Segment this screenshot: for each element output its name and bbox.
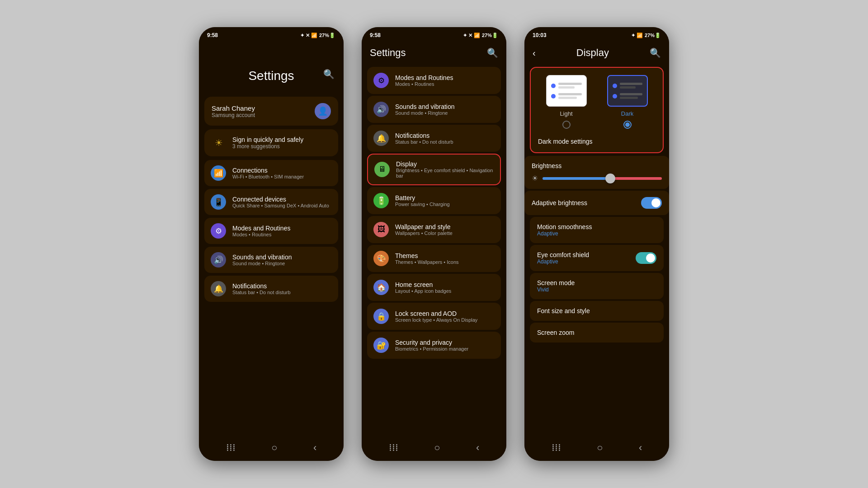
phone2-nav-home[interactable]: ○ bbox=[434, 442, 440, 454]
phone1-account-sub: Samsung account bbox=[212, 112, 255, 118]
phone1-modes-routines-item[interactable]: ⚙ Modes and Routines Modes • Routines bbox=[204, 218, 338, 244]
phone3-light-radio[interactable] bbox=[562, 121, 571, 129]
phone1-sounds-item[interactable]: 🔊 Sounds and vibration Sound mode • Ring… bbox=[204, 247, 338, 273]
phone1-account-row[interactable]: Sarah Chaney Samsung account 👤 bbox=[204, 97, 338, 126]
phone1-account-info: Sarah Chaney Samsung account bbox=[212, 104, 255, 118]
phone2-wallpaper-item[interactable]: 🖼 Wallpaper and style Wallpapers • Color… bbox=[367, 216, 501, 243]
phone2-header: Settings 🔍 bbox=[362, 42, 506, 64]
phone2-security-icon: 🔐 bbox=[373, 338, 389, 353]
phone3-display-items: Motion smoothness Adaptive Eye comfort s… bbox=[524, 217, 669, 437]
phone3-eye-comfort-item[interactable]: Eye comfort shield Adaptive bbox=[530, 245, 664, 271]
phone3-header-title: Display bbox=[576, 47, 609, 59]
phone3-back-icon[interactable]: ‹ bbox=[533, 48, 536, 58]
phone3-screen-mode-item[interactable]: Screen mode Vivid bbox=[530, 273, 664, 299]
phone2-nav-recents[interactable]: ⁞⁞⁞ bbox=[389, 442, 398, 454]
phone2-content: Settings 🔍 ⚙ Modes and Routines Modes • … bbox=[362, 42, 506, 437]
phone2-nav-bar: ⁞⁞⁞ ○ ‹ bbox=[362, 437, 506, 461]
phone2-nav-back[interactable]: ‹ bbox=[476, 442, 479, 454]
phone2-battery-icon: 🔋 bbox=[373, 193, 389, 208]
phone1-notifications-item[interactable]: 🔔 Notifications Status bar • Do not dist… bbox=[204, 276, 338, 302]
phone3-dark-mode-options: Light bbox=[538, 75, 656, 129]
phone1-sign-in-row[interactable]: ☀ Sign in quickly and safely 3 more sugg… bbox=[204, 129, 338, 156]
phone3-brightness-thumb[interactable] bbox=[605, 174, 615, 183]
phone2-sounds-text: Sounds and vibration Sound mode • Ringto… bbox=[395, 103, 455, 116]
phone1-search-icon[interactable]: 🔍 bbox=[323, 69, 335, 80]
phone1-modes-routines-icon: ⚙ bbox=[211, 223, 226, 239]
phone2-header-title: Settings bbox=[370, 47, 406, 59]
phone2-themes-text: Themes Themes • Wallpapers • Icons bbox=[395, 252, 459, 265]
phone2-battery-item[interactable]: 🔋 Battery Power saving • Charging bbox=[367, 187, 501, 214]
phone3-font-size-item[interactable]: Font size and style bbox=[530, 301, 664, 321]
phone1-connections-icon: 📶 bbox=[211, 165, 226, 181]
phone3-light-mode-option[interactable]: Light bbox=[546, 75, 587, 129]
phone2-notifications-item[interactable]: 🔔 Notifications Status bar • Do not dist… bbox=[367, 125, 501, 152]
phone3-search-icon[interactable]: 🔍 bbox=[650, 47, 661, 58]
phone2-homescreen-icon: 🏠 bbox=[373, 280, 389, 295]
phone2-display-item[interactable]: 🖥 Display Brightness • Eye comfort shiel… bbox=[367, 154, 501, 185]
phone2-lockscreen-item[interactable]: 🔒 Lock screen and AOD Screen lock type •… bbox=[367, 303, 501, 330]
phone3-dark-radio[interactable] bbox=[623, 121, 632, 129]
phone3-adaptive-brightness-toggle[interactable] bbox=[641, 197, 662, 209]
phone3-nav-recents[interactable]: ⁞⁞⁞ bbox=[552, 442, 561, 454]
phone2: 9:58 ✦ ✕ 📶 27%🔋 Settings 🔍 ⚙ Modes and R… bbox=[362, 27, 506, 461]
phone3-screen-zoom-text: Screen zoom bbox=[537, 329, 574, 336]
phone3-screen-zoom-item[interactable]: Screen zoom bbox=[530, 323, 664, 343]
phone3-eye-comfort-text: Eye comfort shield Adaptive bbox=[537, 251, 589, 265]
phone1-nav-bar: ⁞⁞⁞ ○ ‹ bbox=[199, 437, 344, 461]
phone3-eye-comfort-toggle[interactable] bbox=[636, 252, 656, 264]
phone3-nav-bar: ⁞⁞⁞ ○ ‹ bbox=[524, 437, 669, 461]
phone3-brightness-row: Brightness ☀ bbox=[524, 156, 669, 189]
phone3: 10:03 ✦ 📶 27%🔋 ‹ Display 🔍 bbox=[524, 27, 669, 461]
phone3-adaptive-brightness-item[interactable]: Adaptive brightness bbox=[524, 191, 669, 215]
phone1-nav-back[interactable]: ‹ bbox=[313, 442, 316, 454]
phone3-status-bar: 10:03 ✦ 📶 27%🔋 bbox=[524, 27, 669, 42]
phone2-modes-routines-item[interactable]: ⚙ Modes and Routines Modes • Routines bbox=[367, 67, 501, 94]
phone2-search-icon[interactable]: 🔍 bbox=[487, 47, 498, 58]
phone2-security-text: Security and privacy Biometrics • Permis… bbox=[395, 339, 468, 352]
phone2-status-bar: 9:58 ✦ ✕ 📶 27%🔋 bbox=[362, 27, 506, 42]
phone1-connections-item[interactable]: 📶 Connections Wi-Fi • Bluetooth • SIM ma… bbox=[204, 160, 338, 186]
phone1-settings-list: 📶 Connections Wi-Fi • Bluetooth • SIM ma… bbox=[199, 160, 344, 437]
phone3-time: 10:03 bbox=[533, 32, 547, 38]
phone2-modes-text: Modes and Routines Modes • Routines bbox=[395, 74, 453, 87]
phone1-connections-text: Connections Wi-Fi • Bluetooth • SIM mana… bbox=[232, 167, 304, 179]
phone1-sign-in-sub: 3 more suggestions bbox=[232, 143, 303, 150]
phone1-time: 9:58 bbox=[207, 32, 218, 38]
phone2-sounds-item[interactable]: 🔊 Sounds and vibration Sound mode • Ring… bbox=[367, 96, 501, 123]
phone2-homescreen-text: Home screen Layout • App icon badges bbox=[395, 281, 451, 294]
phone3-motion-smoothness-text: Motion smoothness Adaptive bbox=[537, 223, 592, 237]
phone2-modes-icon: ⚙ bbox=[373, 73, 389, 88]
phone1-notifications-text: Notifications Status bar • Do not distur… bbox=[232, 282, 291, 295]
phone2-security-item[interactable]: 🔐 Security and privacy Biometrics • Perm… bbox=[367, 332, 501, 359]
phone1-sign-in-text: Sign in quickly and safely 3 more sugges… bbox=[232, 136, 303, 150]
phone2-homescreen-item[interactable]: 🏠 Home screen Layout • App icon badges bbox=[367, 274, 501, 301]
phone3-adaptive-brightness-label: Adaptive brightness bbox=[532, 199, 587, 206]
phone3-dark-mode-option[interactable]: Dark bbox=[607, 75, 648, 129]
phone3-brightness-label: Brightness bbox=[532, 162, 662, 169]
phone1-sign-in-icon: ☀ bbox=[212, 136, 226, 150]
phone2-lockscreen-icon: 🔒 bbox=[373, 309, 389, 324]
phone2-themes-item[interactable]: 🎨 Themes Themes • Wallpapers • Icons bbox=[367, 245, 501, 272]
phone1-account-name: Sarah Chaney bbox=[212, 104, 255, 112]
phone1-nav-recents[interactable]: ⁞⁞⁞ bbox=[226, 442, 236, 454]
phone3-motion-smoothness-item[interactable]: Motion smoothness Adaptive bbox=[530, 217, 664, 243]
phone3-nav-back[interactable]: ‹ bbox=[639, 442, 642, 454]
phone2-battery-text: Battery Power saving • Charging bbox=[395, 194, 450, 207]
phone3-dark-preview bbox=[607, 75, 648, 107]
phone3-nav-home[interactable]: ○ bbox=[597, 442, 603, 454]
phone3-brightness-track[interactable] bbox=[542, 177, 662, 180]
phone3-status-icons: ✦ 📶 27%🔋 bbox=[631, 33, 661, 38]
phone2-themes-icon: 🎨 bbox=[373, 251, 389, 266]
phone2-settings-list: ⚙ Modes and Routines Modes • Routines 🔊 … bbox=[362, 64, 506, 437]
phone3-font-size-text: Font size and style bbox=[537, 307, 590, 314]
phone1-connected-devices-icon: 📱 bbox=[211, 194, 226, 210]
phone1-avatar: 👤 bbox=[315, 103, 331, 119]
phone1-nav-home[interactable]: ○ bbox=[271, 442, 277, 454]
phone1-sounds-text: Sounds and vibration Sound mode • Ringto… bbox=[232, 253, 292, 266]
phone1-connected-devices-item[interactable]: 📱 Connected devices Quick Share • Samsun… bbox=[204, 189, 338, 215]
phone1-status-bar: 9:58 ✦ ✕ 📶 27%🔋 bbox=[199, 27, 344, 42]
phone3-header: ‹ Display 🔍 bbox=[524, 42, 669, 64]
phone3-dark-mode-settings-link[interactable]: Dark mode settings bbox=[538, 136, 656, 145]
phone3-screen-mode-text: Screen mode Vivid bbox=[537, 279, 575, 293]
phone2-wallpaper-text: Wallpaper and style Wallpapers • Color p… bbox=[395, 223, 453, 236]
